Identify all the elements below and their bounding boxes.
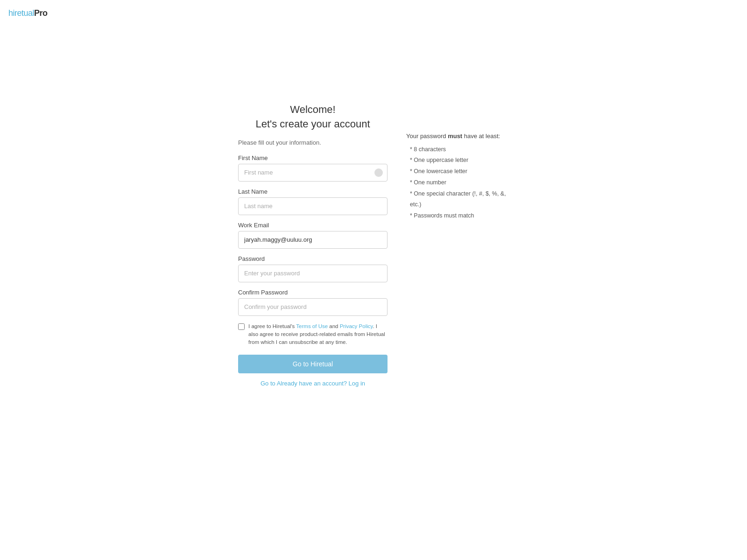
first-name-input-wrapper [238,164,388,182]
form-subtitle: Please fill out your information. [238,139,388,146]
confirm-password-group: Confirm Password [238,289,388,316]
registration-form: Welcome! Let's create your account Pleas… [238,103,388,387]
work-email-label: Work Email [238,222,388,229]
logo-brand: hiretual [8,8,34,18]
terms-conjunction: and [328,323,340,329]
first-name-group: First Name [238,154,388,182]
last-name-label: Last Name [238,188,388,195]
req-title-suffix: have at least: [462,133,500,140]
password-label: Password [238,255,388,262]
terms-checkbox[interactable] [238,323,245,330]
req-title-bold: must [448,133,462,140]
page-container: Welcome! Let's create your account Pleas… [0,0,747,560]
title-line1: Welcome! [290,104,335,115]
password-requirements: Your password must have at least: 8 char… [406,131,509,222]
confirm-password-input[interactable] [238,298,388,316]
logo: hiretualPro [8,8,48,18]
terms-text: I agree to Hiretual's Terms of Use and P… [248,322,388,347]
requirements-list: 8 characters One uppercase letter One lo… [406,144,509,222]
form-title: Welcome! Let's create your account [238,103,388,132]
form-area: Welcome! Let's create your account Pleas… [238,103,509,387]
terms-prefix: I agree to Hiretual's [248,323,296,329]
work-email-input[interactable] [238,231,388,249]
confirm-password-label: Confirm Password [238,289,388,296]
password-group: Password [238,255,388,282]
first-name-input[interactable] [238,164,388,182]
submit-button[interactable]: Go to Hiretual [238,355,388,373]
req-title: Your password must have at least: [406,131,509,142]
req-item-3: One lowercase letter [410,166,509,177]
login-link[interactable]: Go to Already have an account? Log in [261,380,365,387]
req-item-5: One special character (!, #, $, %, &, et… [410,189,509,211]
title-line2: Let's create your account [255,118,370,130]
req-item-2: One uppercase letter [410,155,509,166]
req-item-1: 8 characters [410,144,509,155]
first-name-label: First Name [238,154,388,161]
first-name-clear-button[interactable] [374,168,383,177]
logo-product: Pro [34,8,48,18]
password-input[interactable] [238,265,388,282]
req-item-6: Passwords must match [410,210,509,222]
login-link-container: Go to Already have an account? Log in [238,380,388,387]
privacy-policy-link[interactable]: Privacy Policy [340,323,373,329]
terms-of-use-link[interactable]: Terms of Use [296,323,328,329]
last-name-input[interactable] [238,197,388,215]
last-name-group: Last Name [238,188,388,215]
req-title-prefix: Your password [406,133,448,140]
req-item-4: One number [410,177,509,189]
work-email-group: Work Email [238,222,388,249]
terms-row: I agree to Hiretual's Terms of Use and P… [238,322,388,347]
